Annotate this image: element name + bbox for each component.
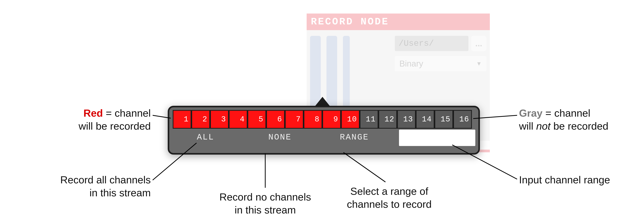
channel-row: 12345678910111213141516 <box>169 107 478 129</box>
panel-title: RECORD NODE <box>307 13 490 30</box>
channel-cell-7[interactable]: 7 <box>285 110 304 129</box>
none-button[interactable]: NONE <box>242 129 318 147</box>
channel-cell-11[interactable]: 11 <box>360 110 378 129</box>
format-value: Binary <box>400 59 423 68</box>
stream-bar <box>343 36 350 112</box>
channel-cell-10[interactable]: 10 <box>341 110 360 129</box>
range-input[interactable] <box>399 130 475 146</box>
channel-cell-2[interactable]: 2 <box>192 110 210 129</box>
channel-cell-14[interactable]: 14 <box>416 110 434 129</box>
annotation-input: Input channel range <box>519 174 634 186</box>
annotation-all-line2: in this stream <box>90 187 151 199</box>
channel-cell-4[interactable]: 4 <box>229 110 248 129</box>
all-button[interactable]: ALL <box>169 129 242 147</box>
chevron-down-icon: ▼ <box>476 60 482 67</box>
channel-cell-9[interactable]: 9 <box>322 110 341 129</box>
annotation-gray-rest: = channel <box>542 107 590 119</box>
annotation-gray-line2a: will <box>519 120 536 132</box>
channel-cell-8[interactable]: 8 <box>304 110 322 129</box>
annotation-gray-line2b: be recorded <box>550 120 608 132</box>
annotation-range-line1: Select a range of <box>350 186 428 197</box>
ellipsis-icon: ... <box>475 39 482 48</box>
button-row: ALL NONE RANGE <box>169 129 478 147</box>
popup-caret-icon <box>315 97 330 106</box>
annotation-gray-word: Gray <box>519 107 542 119</box>
format-select[interactable]: Binary ▼ <box>395 56 486 71</box>
range-button[interactable]: RANGE <box>318 129 390 147</box>
channel-cell-15[interactable]: 15 <box>434 110 453 129</box>
annotation-none-line2: in this stream <box>234 204 296 216</box>
path-input[interactable]: /Users/ <box>395 36 468 51</box>
channel-cell-3[interactable]: 3 <box>210 110 229 129</box>
annotation-red: Red = channel will be recorded <box>0 107 151 132</box>
annotation-input-line: Input channel range <box>519 174 610 186</box>
channel-cell-6[interactable]: 6 <box>266 110 285 129</box>
channel-cell-1[interactable]: 1 <box>173 110 192 129</box>
channel-cell-5[interactable]: 5 <box>248 110 266 129</box>
annotation-range-line2: channels to record <box>347 199 432 210</box>
annotation-gray-not: not <box>536 120 550 132</box>
channel-selector-popup: 12345678910111213141516 ALL NONE RANGE <box>168 106 480 155</box>
annotation-red-line2: will be recorded <box>78 120 151 132</box>
annotation-range: Select a range of channels to record <box>336 185 443 211</box>
leader-range <box>344 153 386 182</box>
annotation-all-line1: Record all channels <box>60 174 151 186</box>
annotation-red-rest: = channel <box>103 107 151 119</box>
path-row: /Users/ ... <box>395 36 486 51</box>
browse-button[interactable]: ... <box>471 36 486 51</box>
annotation-gray: Gray = channel will not be recorded <box>519 107 634 132</box>
channel-cell-13[interactable]: 13 <box>397 110 416 129</box>
path-value: /Users/ <box>398 39 434 48</box>
channel-cell-12[interactable]: 12 <box>378 110 397 129</box>
annotation-all: Record all channels in this stream <box>0 174 151 199</box>
annotation-red-word: Red <box>84 107 103 119</box>
annotation-none: Record no channels in this stream <box>208 191 322 216</box>
channel-cell-16[interactable]: 16 <box>453 110 472 129</box>
annotation-none-line1: Record no channels <box>220 191 311 203</box>
